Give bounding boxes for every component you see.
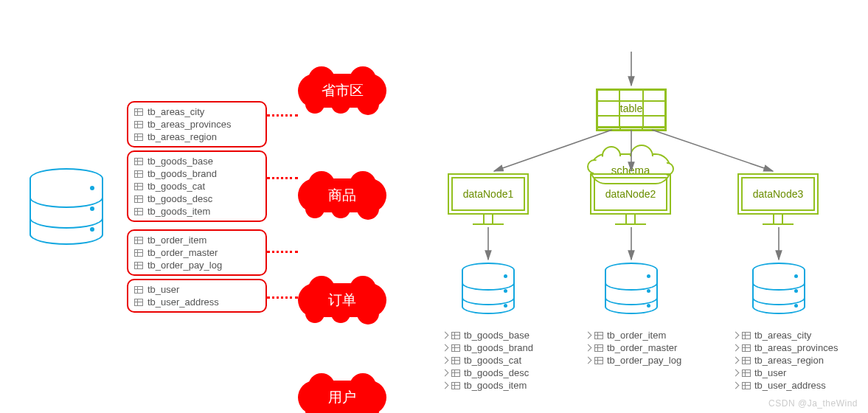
chevron-right-icon (442, 332, 449, 339)
table-icon (134, 183, 143, 190)
watermark: CSDN @Ja_theWind (768, 398, 858, 409)
table-icon (134, 237, 143, 244)
category-cloud-goods: 商品 (298, 178, 386, 212)
table-row: tb_areas_provinces (134, 118, 260, 131)
chevron-right-icon (442, 369, 449, 377)
table-icon (594, 332, 603, 339)
table-icon (134, 208, 143, 215)
table-row: tb_goods_brand (134, 167, 260, 180)
table-row: tb_goods_brand (442, 341, 533, 354)
chevron-right-icon (442, 344, 449, 352)
table-icon (134, 133, 143, 141)
connector-dotted (267, 251, 298, 253)
table-icon (451, 369, 460, 377)
table-row: tb_areas_provinces (733, 341, 838, 354)
table-row: tb_goods_base (134, 155, 260, 167)
source-database-icon (29, 168, 103, 245)
category-cloud-areas: 省市区 (298, 74, 386, 108)
chevron-right-icon (732, 344, 740, 352)
table-icon (451, 382, 460, 389)
table-icon (742, 344, 751, 352)
table-row: tb_areas_city (733, 329, 838, 341)
category-cloud-user: 用户 (298, 381, 386, 413)
table-row: tb_goods_item (442, 379, 533, 392)
group-areas: tb_areas_city tb_areas_provinces tb_area… (127, 101, 267, 148)
datanode-1: dataNode1 (448, 173, 529, 225)
table-row: tb_goods_desc (134, 192, 260, 205)
datanode-3: dataNode3 (737, 173, 819, 225)
table-row: tb_order_master (586, 341, 681, 354)
table-row: tb_order_item (134, 234, 260, 246)
chevron-right-icon (732, 382, 740, 389)
table-row: tb_order_pay_log (586, 354, 681, 367)
schema-table-grid: table (596, 88, 667, 128)
category-cloud-order: 订单 (298, 283, 386, 317)
chevron-right-icon (732, 357, 740, 364)
table-icon (451, 344, 460, 352)
table-icon (742, 357, 751, 364)
table-icon (742, 369, 751, 377)
table-row: tb_user (134, 283, 260, 296)
table-icon (594, 344, 603, 352)
chevron-right-icon (585, 332, 592, 339)
table-row: tb_user_address (733, 379, 838, 392)
table-row: tb_order_pay_log (134, 259, 260, 271)
chevron-right-icon (732, 332, 740, 339)
table-row: tb_user_address (134, 296, 260, 308)
table-row: tb_areas_region (134, 131, 260, 143)
table-icon (742, 382, 751, 389)
table-icon (451, 357, 460, 364)
connector-dotted (267, 296, 298, 299)
db-icon-node1 (462, 263, 515, 314)
db-icon-node3 (752, 263, 805, 314)
node2-tables: tb_order_item tb_order_master tb_order_p… (586, 329, 681, 367)
table-icon (134, 195, 143, 203)
table-icon (134, 286, 143, 294)
group-goods: tb_goods_base tb_goods_brand tb_goods_ca… (127, 150, 267, 222)
datanode-2: dataNode2 (590, 173, 671, 225)
chevron-right-icon (732, 369, 740, 377)
db-icon-node2 (605, 263, 658, 314)
table-icon (742, 332, 751, 339)
table-icon (134, 249, 143, 257)
table-row: tb_user (733, 367, 838, 379)
table-icon (594, 357, 603, 364)
table-icon (134, 158, 143, 165)
connector-dotted (267, 177, 298, 179)
table-row: tb_goods_cat (442, 354, 533, 367)
table-icon (134, 299, 143, 306)
chevron-right-icon (585, 357, 592, 364)
chevron-right-icon (585, 344, 592, 352)
node1-tables: tb_goods_base tb_goods_brand tb_goods_ca… (442, 329, 533, 392)
table-icon (451, 332, 460, 339)
table-icon (134, 262, 143, 269)
table-row: tb_goods_base (442, 329, 533, 341)
node3-tables: tb_areas_city tb_areas_provinces tb_area… (733, 329, 838, 392)
table-row: tb_order_master (134, 246, 260, 259)
group-user: tb_user tb_user_address (127, 279, 267, 313)
table-icon (134, 170, 143, 178)
table-icon (134, 121, 143, 128)
table-row: tb_goods_item (134, 205, 260, 218)
table-row: tb_goods_desc (442, 367, 533, 379)
table-row: tb_areas_region (733, 354, 838, 367)
table-row: tb_goods_cat (134, 180, 260, 192)
group-order: tb_order_item tb_order_master tb_order_p… (127, 229, 267, 276)
connector-dotted (267, 114, 298, 117)
table-row: tb_order_item (586, 329, 681, 341)
table-row: tb_areas_city (134, 105, 260, 118)
chevron-right-icon (442, 357, 449, 364)
chevron-right-icon (442, 382, 449, 389)
table-icon (134, 108, 143, 116)
